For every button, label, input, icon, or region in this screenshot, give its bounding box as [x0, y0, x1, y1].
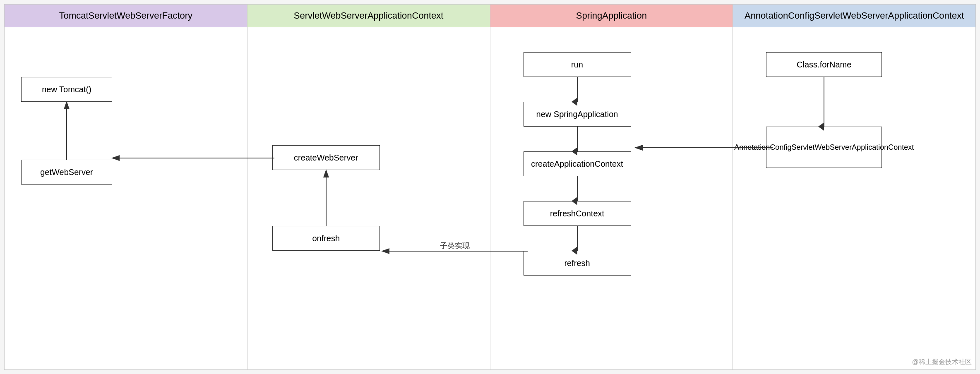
- col2-arrows: [247, 27, 490, 369]
- watermark: @稀土掘金技术社区: [912, 358, 972, 367]
- col4-arrows: [733, 27, 975, 369]
- refresh-box: refresh: [524, 251, 631, 276]
- class-for-name-box: Class.forName: [766, 52, 882, 77]
- col4: AnnotationConfigServletWebServerApplicat…: [733, 5, 975, 369]
- col2-header: ServletWebServerApplicationContext: [247, 5, 490, 27]
- diagram-container: TomcatServletWebServerFactory new Tomcat…: [0, 0, 980, 374]
- col2: ServletWebServerApplicationContext creat…: [247, 5, 490, 369]
- create-web-server-box: createWebServer: [272, 145, 380, 170]
- new-spring-app-box: new SpringApplication: [524, 102, 631, 127]
- columns-wrapper: TomcatServletWebServerFactory new Tomcat…: [4, 4, 976, 370]
- col3: SpringApplication run new SpringApplicat…: [490, 5, 733, 369]
- col1-header: TomcatServletWebServerFactory: [5, 5, 247, 27]
- col4-body: Class.forName AnnotationConfigServletWeb…: [733, 27, 975, 369]
- annotation-config-box: AnnotationConfigServletWebServerApplicat…: [766, 127, 882, 168]
- col4-header: AnnotationConfigServletWebServerApplicat…: [733, 5, 975, 27]
- create-app-context-box: createApplicationContext: [524, 151, 631, 176]
- run-box: run: [524, 52, 631, 77]
- col2-body: createWebServer onfresh: [247, 27, 490, 369]
- col1-body: new Tomcat() getWebServer: [5, 27, 247, 369]
- col1: TomcatServletWebServerFactory new Tomcat…: [5, 5, 247, 369]
- onfresh-box: onfresh: [272, 226, 380, 251]
- get-web-server-box: getWebServer: [21, 160, 112, 185]
- col3-header: SpringApplication: [490, 5, 733, 27]
- col3-body: run new SpringApplication createApplicat…: [490, 27, 733, 369]
- col3-arrows: [490, 27, 733, 369]
- refresh-context-box: refreshContext: [524, 201, 631, 226]
- new-tomcat-box: new Tomcat(): [21, 77, 112, 102]
